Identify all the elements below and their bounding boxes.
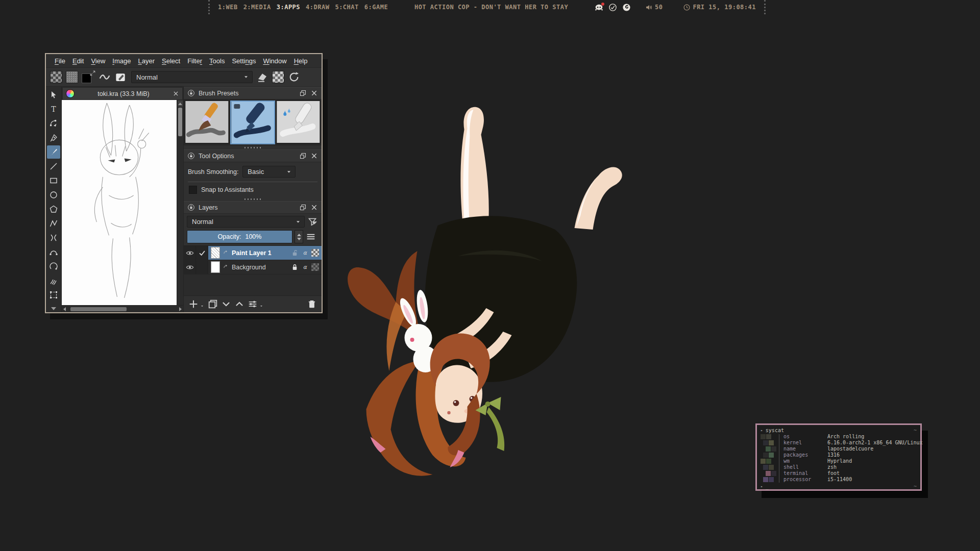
bezier-curve-tool[interactable]: [47, 245, 60, 259]
layer-select-checkbox[interactable]: [196, 260, 208, 274]
docker-resize-handle[interactable]: [243, 198, 262, 201]
move-layer-down-button[interactable]: [220, 298, 232, 310]
menu-edit[interactable]: Edit: [69, 57, 87, 65]
rectangle-tool[interactable]: [47, 174, 60, 187]
freehand-brush-tool[interactable]: [47, 145, 60, 159]
airbrush-soft-preset[interactable]: [276, 101, 321, 143]
menu-filter[interactable]: Filter: [184, 57, 206, 65]
add-layer-button[interactable]: [188, 298, 199, 310]
vertical-scrollbar[interactable]: [177, 100, 183, 305]
gradient-wave-icon[interactable]: [99, 71, 111, 83]
layer-row-background[interactable]: Backgroundα: [184, 260, 322, 274]
brush-editor-icon[interactable]: [114, 71, 127, 83]
vertical-scroll-handle[interactable]: [178, 108, 182, 136]
layer-visibility-toggle[interactable]: [184, 246, 196, 260]
chevron-down-icon: [309, 218, 320, 228]
polyline-tool[interactable]: [47, 217, 60, 230]
layer-row-paint-layer-1[interactable]: Paint Layer 1α: [184, 246, 322, 260]
close-docker-icon[interactable]: [310, 89, 318, 97]
foot-terminal-window[interactable]: ▸ syscat ~ osArch rollingkernel6.16.0-ar…: [755, 423, 922, 491]
inherit-alpha-icon[interactable]: [311, 263, 319, 271]
layer-properties-button[interactable]: [247, 298, 258, 310]
move-layer-up-button[interactable]: [234, 298, 245, 310]
menu-select[interactable]: Select: [158, 57, 184, 65]
lock-docker-icon[interactable]: [187, 89, 195, 97]
menu-layer[interactable]: Layer: [134, 57, 158, 65]
text-tool[interactable]: T: [47, 103, 60, 116]
workspace-3-apps[interactable]: 3:APPS: [277, 4, 300, 11]
opacity-slider[interactable]: Opacity: 100%: [187, 230, 292, 243]
menu-tools[interactable]: Tools: [206, 57, 228, 65]
lock-docker-icon[interactable]: [187, 204, 195, 211]
close-docker-icon[interactable]: [310, 204, 318, 211]
layer-filter-button[interactable]: [307, 216, 318, 228]
dynamic-brush-tool[interactable]: [47, 231, 60, 244]
canvas[interactable]: [62, 100, 177, 305]
paintbrush-preset[interactable]: [185, 101, 229, 143]
edit-shapes-tool[interactable]: [47, 117, 60, 130]
spin-down-icon[interactable]: [297, 238, 301, 240]
menu-file[interactable]: File: [51, 57, 69, 65]
layer-options-button[interactable]: [305, 231, 318, 243]
document-tab[interactable]: toki.kra (33.3 MiB): [62, 87, 183, 100]
inherit-alpha-icon[interactable]: [311, 249, 319, 257]
line-tool[interactable]: [47, 160, 60, 173]
gradient-swatch[interactable]: [50, 71, 62, 83]
transform-tool[interactable]: [47, 288, 60, 302]
layer-visibility-toggle[interactable]: [184, 260, 196, 274]
eraser-mode-icon[interactable]: [256, 71, 268, 83]
snap-to-assistants-checkbox[interactable]: [189, 186, 197, 194]
discord-icon[interactable]: [595, 3, 603, 12]
ellipse-tool[interactable]: [47, 188, 60, 202]
workspace-6-game[interactable]: 6:GAME: [364, 4, 388, 11]
menu-settings[interactable]: Settings: [228, 57, 259, 65]
close-tab-icon[interactable]: [173, 90, 179, 97]
swirl-icon[interactable]: [622, 3, 631, 12]
properties-dropdown-icon[interactable]: [259, 304, 263, 308]
lock-docker-icon[interactable]: [187, 152, 195, 160]
duplicate-layer-button[interactable]: [207, 298, 218, 310]
workspace-2-media[interactable]: 2:MEDIA: [243, 4, 271, 11]
spin-up-icon[interactable]: [297, 234, 301, 236]
preserve-alpha-icon[interactable]: [272, 71, 284, 83]
scroll-up-button[interactable]: [178, 101, 183, 107]
menu-window[interactable]: Window: [259, 57, 290, 65]
arc-tool[interactable]: [47, 260, 60, 273]
horizontal-scroll-handle[interactable]: [70, 307, 127, 311]
reload-presets-icon[interactable]: [288, 71, 300, 83]
blending-mode-select[interactable]: Normal: [131, 71, 253, 83]
layers-header: Layers: [184, 201, 322, 214]
workspace-1-web[interactable]: 1:WEB: [218, 4, 238, 11]
close-docker-icon[interactable]: [310, 152, 318, 160]
volume-indicator[interactable]: 50: [645, 4, 663, 11]
menu-view[interactable]: View: [87, 57, 109, 65]
scroll-right-button[interactable]: [179, 307, 182, 311]
polygon-tool[interactable]: [47, 203, 60, 216]
add-layer-dropdown-icon[interactable]: [200, 304, 204, 308]
pattern-swatch[interactable]: [66, 71, 78, 83]
float-docker-icon[interactable]: [299, 204, 307, 211]
layer-select-checkbox[interactable]: [196, 246, 208, 260]
toolbox-scroll-down-button[interactable]: [47, 305, 60, 312]
fg-bg-colors[interactable]: [82, 71, 95, 83]
workspace-4-draw[interactable]: 4:DRAW: [306, 4, 329, 11]
swap-colors-icon: [89, 70, 96, 77]
check-circle-icon[interactable]: [608, 3, 617, 12]
float-docker-icon[interactable]: [299, 152, 307, 160]
horizontal-scrollbar[interactable]: [62, 305, 183, 312]
delete-layer-button[interactable]: [306, 298, 317, 310]
opacity-spinner[interactable]: [295, 230, 303, 243]
docker-resize-handle[interactable]: [243, 146, 262, 149]
multibrush-tool[interactable]: [47, 274, 60, 287]
workspace-5-chat[interactable]: 5:CHAT: [335, 4, 358, 11]
brush-smoothing-select[interactable]: Basic: [242, 166, 296, 178]
menu-help[interactable]: Help: [290, 57, 311, 65]
float-docker-icon[interactable]: [299, 89, 307, 97]
menu-image[interactable]: Image: [109, 57, 134, 65]
scroll-left-button[interactable]: [63, 307, 66, 311]
calligraphy-tool[interactable]: [47, 131, 60, 144]
pointer-tool[interactable]: [47, 88, 60, 102]
ink-pen-preset[interactable]: [230, 101, 276, 144]
now-playing[interactable]: HOT ACTION COP - DON'T WANT HER TO STAY: [388, 4, 595, 11]
layer-blend-mode-select[interactable]: Normal: [187, 216, 305, 228]
